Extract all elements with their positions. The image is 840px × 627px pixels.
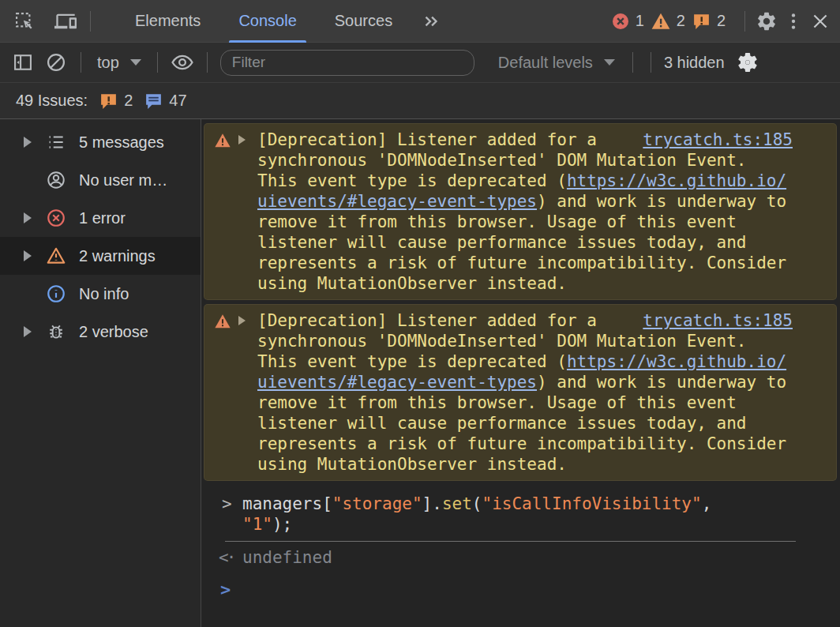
- error-icon: [611, 12, 630, 31]
- console-warning-message[interactable]: trycatch.ts:185 [Deprecation] Listener a…: [204, 304, 837, 481]
- warning-icon: [651, 11, 671, 32]
- sidebar-toggle-icon[interactable]: [9, 49, 36, 76]
- console-output: trycatch.ts:185 [Deprecation] Listener a…: [201, 119, 840, 627]
- error-circle-icon: [46, 208, 66, 228]
- kebab-menu-icon[interactable]: [780, 8, 807, 35]
- code-token-string: "storage": [332, 494, 422, 513]
- clear-console-icon[interactable]: [43, 49, 69, 76]
- command-code: managers["storage"].set("isCallInfoVisib…: [242, 494, 763, 535]
- issues-bar-breaking-badge: 2: [99, 91, 133, 111]
- tab-sources-label: Sources: [335, 12, 392, 30]
- tabbar-separator: [90, 11, 91, 32]
- log-levels-dropdown[interactable]: Default levels: [490, 54, 623, 72]
- sidebar-item-messages[interactable]: 5 messages: [0, 123, 201, 161]
- code-token-method: set: [442, 494, 472, 513]
- issues-bar-message-count: 47: [169, 92, 186, 110]
- expander-icon[interactable]: [24, 212, 32, 223]
- settings-gear-icon[interactable]: [753, 8, 780, 35]
- tab-elements-label: Elements: [135, 12, 201, 30]
- sidebar-item-warnings[interactable]: 2 warnings: [0, 237, 201, 275]
- code-token: (: [472, 494, 482, 513]
- inspect-element-icon[interactable]: [11, 8, 38, 35]
- code-token: );: [272, 515, 292, 534]
- expander-spacer: [24, 289, 32, 298]
- console-command-echo[interactable]: > managers["storage"].set("isCallInfoVis…: [201, 485, 840, 539]
- expander-icon[interactable]: [238, 135, 248, 145]
- warning-count: 2: [677, 12, 685, 30]
- sidebar-item-label: 1 error: [79, 209, 126, 227]
- issues-icon: [692, 11, 711, 31]
- list-icon: [46, 132, 66, 152]
- sidebar-item-verbose[interactable]: 2 verbose: [0, 313, 201, 351]
- chevron-down-icon: [130, 59, 141, 66]
- result-value: undefined: [242, 547, 332, 568]
- tabbar-right-controls: [737, 8, 840, 35]
- issues-bar-label: 49 Issues:: [16, 92, 88, 110]
- expander-spacer: [24, 175, 32, 185]
- warning-message-text: trycatch.ts:185 [Deprecation] Listener a…: [257, 310, 793, 475]
- tabbar-separator: [744, 11, 745, 32]
- sidebar-item-label: No user m…: [79, 171, 167, 190]
- console-input-row[interactable]: >: [201, 568, 840, 599]
- issues-bar[interactable]: 49 Issues: 2 47: [0, 83, 840, 119]
- source-link[interactable]: trycatch.ts:185: [643, 310, 793, 331]
- issues-bar-breaking-count: 2: [124, 92, 133, 110]
- tab-elements[interactable]: Elements: [116, 0, 219, 43]
- console-sidebar: 5 messages No user m…: [0, 119, 201, 627]
- sidebar-item-label: 5 messages: [79, 133, 164, 152]
- expander-icon[interactable]: [24, 326, 32, 337]
- code-token: ].: [422, 494, 442, 513]
- warning-triangle-icon: [46, 246, 66, 266]
- command-chevron-icon: >: [222, 494, 233, 535]
- context-selector[interactable]: top: [89, 54, 149, 72]
- tab-console-label: Console: [238, 12, 296, 30]
- warning-badge[interactable]: 2: [651, 11, 685, 32]
- toolbar-separator: [651, 52, 651, 73]
- toolbar-separator: [632, 52, 633, 73]
- bug-icon: [46, 321, 66, 342]
- hidden-messages-count[interactable]: 3 hidden: [659, 54, 729, 72]
- toolbar-separator: [81, 52, 81, 73]
- console-warning-message[interactable]: trycatch.ts:185 [Deprecation] Listener a…: [204, 123, 837, 300]
- log-levels-label: Default levels: [498, 54, 593, 72]
- code-token: ,: [702, 494, 722, 513]
- context-selector-label: top: [97, 54, 119, 72]
- toolbar-separator: [207, 52, 208, 73]
- console-settings-gear-icon[interactable]: [734, 49, 761, 76]
- expander-icon[interactable]: [24, 250, 32, 261]
- console-result[interactable]: <· undefined: [201, 542, 840, 568]
- issues-icon: [99, 91, 118, 111]
- error-count: 1: [636, 12, 644, 30]
- chevron-down-icon: [604, 59, 615, 66]
- tab-console[interactable]: Console: [219, 0, 315, 43]
- result-arrow-icon: <·: [219, 547, 234, 568]
- active-tab-underline: [229, 40, 306, 43]
- sidebar-item-user-messages[interactable]: No user m…: [0, 161, 201, 199]
- more-tabs-icon[interactable]: [418, 8, 444, 35]
- sidebar-item-errors[interactable]: 1 error: [0, 199, 201, 237]
- error-badge[interactable]: 1: [611, 12, 644, 31]
- device-toolbar-icon[interactable]: [52, 8, 79, 35]
- issues-badge[interactable]: 2: [692, 11, 726, 31]
- issues-bar-message-badge: 47: [144, 91, 186, 111]
- tab-sources[interactable]: Sources: [316, 0, 411, 43]
- console-toolbar: top Default levels 3 hidden: [0, 43, 840, 83]
- source-link[interactable]: trycatch.ts:185: [643, 130, 793, 150]
- code-token-string: "isCallInfoVisibility": [482, 494, 701, 513]
- live-expression-eye-icon[interactable]: [169, 49, 196, 76]
- code-token: managers[: [242, 494, 332, 513]
- sidebar-item-info[interactable]: No info: [0, 275, 201, 313]
- filter-input[interactable]: [220, 50, 474, 76]
- prompt-chevron-icon: >: [220, 580, 231, 599]
- warning-icon: [214, 132, 231, 149]
- close-icon[interactable]: [807, 8, 834, 35]
- info-circle-icon: [46, 283, 66, 304]
- code-token-string: "1": [242, 515, 272, 534]
- expander-icon[interactable]: [238, 316, 248, 325]
- expander-icon[interactable]: [24, 137, 32, 148]
- toolbar-separator: [157, 52, 158, 73]
- sidebar-item-label: 2 warnings: [79, 247, 156, 265]
- sidebar-item-label: No info: [79, 285, 129, 303]
- sidebar-item-label: 2 verbose: [79, 323, 148, 341]
- message-bubble-icon: [144, 91, 163, 111]
